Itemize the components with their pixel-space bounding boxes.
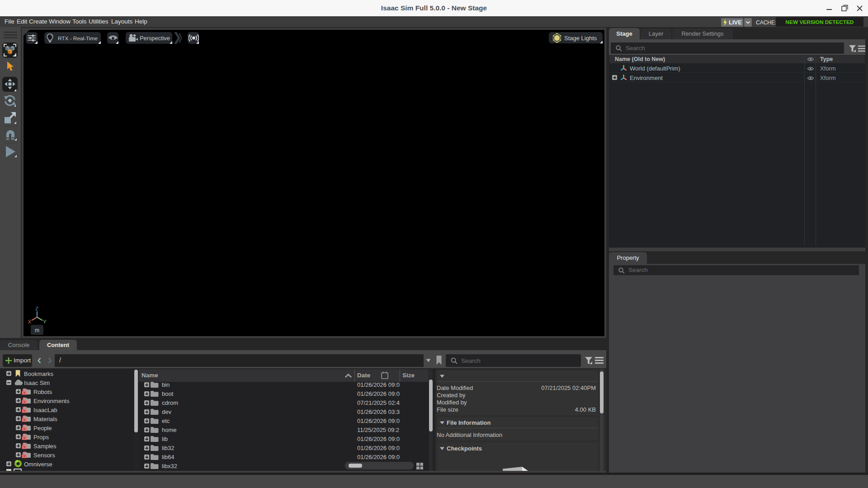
svg-text:X: X: [28, 319, 32, 324]
svg-text:Z: Z: [35, 306, 38, 311]
svg-text:Y: Y: [43, 319, 47, 324]
